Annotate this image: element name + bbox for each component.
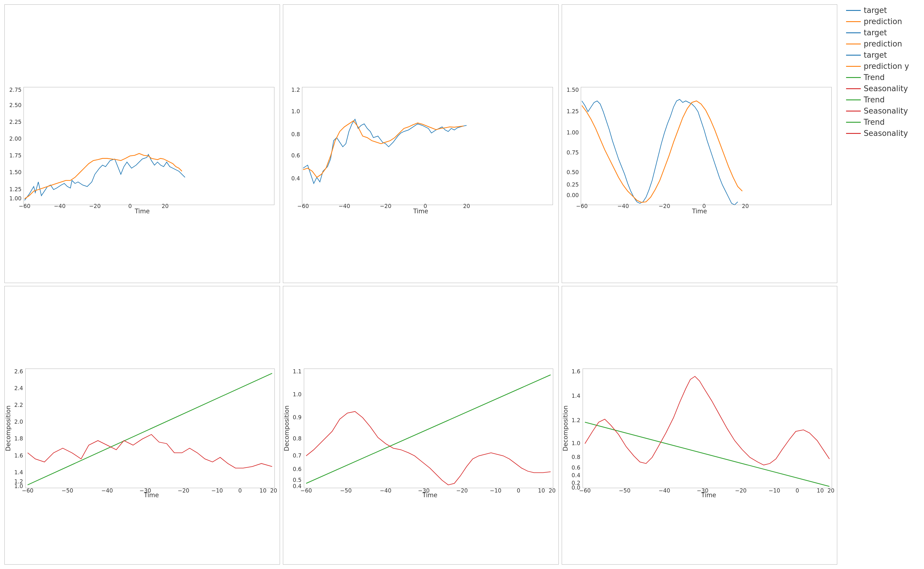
svg-text:1.4: 1.4 (571, 393, 580, 399)
svg-text:1.6: 1.6 (14, 452, 23, 459)
main-content: 2.75 2.50 2.25 2.00 1.75 1.50 1.25 1.00 … (0, 0, 842, 569)
svg-text:−40: −40 (617, 203, 629, 209)
svg-text:−40: −40 (380, 487, 391, 494)
svg-text:10: 10 (817, 487, 824, 494)
legend-item-trend-1: Trend (846, 73, 919, 82)
svg-text:−10: −10 (768, 487, 780, 494)
svg-text:20: 20 (162, 203, 169, 209)
legend-item-seasonality-2: Seasonality (846, 106, 919, 115)
svg-text:−40: −40 (101, 487, 113, 494)
bottom-middle-chart: Decomposition 1.1 1.0 0.9 0.8 0.7 0.6 0.… (283, 286, 558, 564)
svg-text:−40: −40 (338, 203, 350, 209)
svg-text:0.4: 0.4 (571, 472, 580, 478)
svg-text:0.8: 0.8 (571, 454, 580, 460)
svg-text:20: 20 (549, 487, 556, 494)
svg-rect-62 (26, 369, 275, 488)
svg-text:−60: −60 (22, 487, 33, 494)
svg-text:1.00: 1.00 (9, 195, 22, 202)
svg-text:0.6: 0.6 (571, 464, 580, 471)
svg-text:0.6: 0.6 (291, 152, 300, 158)
legend-line-target-3 (846, 55, 861, 56)
svg-text:0.5: 0.5 (293, 477, 302, 483)
svg-text:0.50: 0.50 (566, 169, 579, 175)
bottom-charts-row: Decomposition 2.6 2.4 2.2 2.0 1.8 1.6 1.… (3, 284, 839, 566)
svg-text:1.25: 1.25 (566, 108, 579, 114)
svg-text:1.4: 1.4 (14, 469, 23, 475)
legend-line-seasonality-2 (846, 111, 861, 111)
svg-text:0.6: 0.6 (293, 466, 302, 472)
svg-text:20: 20 (742, 203, 749, 209)
svg-text:0.7: 0.7 (293, 452, 302, 459)
svg-text:2.00: 2.00 (9, 135, 22, 142)
svg-text:0.8: 0.8 (293, 435, 302, 441)
svg-text:1.75: 1.75 (9, 152, 22, 158)
legend-item-prediction-1: prediction (846, 17, 919, 26)
legend-line-trend-2 (846, 99, 861, 100)
legend-label-trend-1: Trend (864, 73, 885, 82)
legend-label-seasonality-3: Seasonality (864, 129, 908, 138)
legend-label-trend-3: Trend (864, 118, 885, 126)
svg-rect-40 (581, 87, 831, 205)
svg-text:−40: −40 (54, 203, 65, 209)
svg-text:1.1: 1.1 (293, 368, 302, 374)
svg-text:−60: −60 (300, 487, 312, 494)
legend-label-prediction-3: prediction y (864, 62, 909, 71)
svg-text:2.6: 2.6 (14, 368, 23, 374)
svg-text:−10: −10 (211, 487, 223, 494)
svg-text:1.2: 1.2 (571, 417, 580, 423)
svg-text:10: 10 (538, 487, 545, 494)
top-charts-row: 2.75 2.50 2.25 2.00 1.75 1.50 1.25 1.00 … (3, 3, 839, 284)
legend-label-prediction-1: prediction (864, 17, 902, 26)
svg-text:2.75: 2.75 (9, 87, 22, 93)
svg-text:Decomposition: Decomposition (562, 405, 569, 451)
legend-line-target-2 (846, 32, 861, 33)
svg-text:−50: −50 (340, 487, 352, 494)
svg-text:−60: −60 (576, 203, 587, 209)
svg-text:20: 20 (463, 203, 470, 209)
legend-item-prediction-3: prediction y (846, 62, 919, 71)
svg-text:Time: Time (144, 491, 159, 499)
svg-text:1.8: 1.8 (14, 435, 23, 441)
svg-text:0: 0 (128, 203, 132, 209)
svg-text:0.25: 0.25 (566, 181, 579, 188)
svg-text:1.00: 1.00 (566, 129, 579, 135)
svg-text:1.25: 1.25 (9, 186, 22, 192)
svg-text:−60: −60 (579, 487, 590, 494)
legend-label-target-1: target (864, 6, 887, 15)
legend-item-target-1: target (846, 6, 919, 15)
legend-line-target-1 (846, 10, 861, 11)
svg-text:Time: Time (422, 491, 438, 499)
legend-label-trend-2: Trend (864, 95, 885, 104)
legend-item-target-2: target (846, 28, 919, 37)
svg-text:20: 20 (827, 487, 834, 494)
svg-text:20: 20 (270, 487, 277, 494)
svg-rect-83 (304, 369, 553, 488)
legend-label-prediction-2: prediction (864, 40, 902, 48)
top-right-chart: 1.50 1.25 1.00 0.75 0.50 0.25 0.00 −60 −… (562, 5, 837, 283)
svg-text:−40: −40 (658, 487, 670, 494)
svg-text:0.4: 0.4 (291, 175, 300, 181)
svg-text:1.0: 1.0 (571, 440, 580, 446)
top-left-chart: 2.75 2.50 2.25 2.00 1.75 1.50 1.25 1.00 … (5, 5, 280, 283)
svg-text:Time: Time (413, 208, 428, 215)
svg-text:Time: Time (692, 208, 707, 215)
bottom-left-chart: Decomposition 2.6 2.4 2.2 2.0 1.8 1.6 1.… (5, 286, 280, 564)
legend-label-target-2: target (864, 28, 887, 37)
top-middle-chart: 1.2 1.0 0.8 0.6 0.4 −60 −40 −20 0 20 Tim… (283, 5, 558, 283)
svg-text:−20: −20 (380, 203, 391, 209)
svg-text:−20: −20 (178, 487, 189, 494)
svg-text:0.8: 0.8 (291, 131, 300, 137)
svg-text:2.0: 2.0 (14, 419, 23, 425)
legend-item-trend-2: Trend (846, 95, 919, 104)
svg-rect-14 (24, 87, 274, 205)
svg-text:1.50: 1.50 (566, 87, 579, 93)
svg-text:1.6: 1.6 (571, 368, 580, 374)
svg-text:Time: Time (134, 208, 150, 215)
svg-text:0.00: 0.00 (566, 192, 579, 198)
legend-panel: target prediction target prediction targ… (842, 0, 924, 569)
svg-text:−20: −20 (89, 203, 100, 209)
svg-text:−20: −20 (658, 203, 670, 209)
legend-line-prediction-2 (846, 44, 861, 44)
svg-text:0: 0 (238, 487, 242, 494)
svg-text:2.2: 2.2 (14, 402, 23, 408)
